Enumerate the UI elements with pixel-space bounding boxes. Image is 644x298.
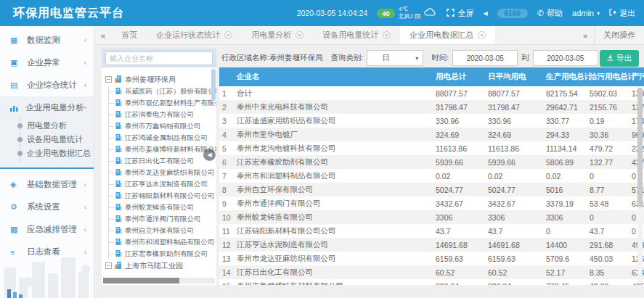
tree-node[interactable]: 泰州自立环保有限公司 — [109, 225, 213, 236]
bullet-icon — [17, 137, 23, 142]
tree-node[interactable]: 江苏润泰电力有限公司 — [109, 109, 213, 120]
value-cell: 88077.57 — [484, 86, 542, 100]
export-button[interactable]: 导出 — [600, 50, 639, 67]
table-row[interactable]: 3江苏迪盛家用纺织品有限公司330.96330.96330.770.191740… — [219, 114, 644, 128]
tab-item-4[interactable]: 企业用电数据汇总× — [400, 26, 495, 44]
sidebar-item-label: 系统设置 — [27, 202, 60, 212]
tree-node[interactable]: 泰州市龙达亚麻纺织有限公司 — [109, 167, 213, 178]
table-row[interactable]: 13泰州市龙达亚麻纺织有限公司6159.636159.635709.6450.0… — [219, 252, 644, 265]
value-cell: 31798.47 — [431, 100, 484, 114]
tree-node[interactable]: 江苏日出化工有限公司 — [109, 155, 213, 167]
bullet-icon — [17, 123, 23, 128]
sidebar-subitem-label: 用电量分析 — [27, 120, 67, 131]
row-index: 5 — [219, 141, 232, 155]
table-vertical-scrollbar[interactable] — [637, 88, 643, 283]
tab-close-icon[interactable]: × — [383, 31, 391, 39]
category-select[interactable]: 日 ▾ — [367, 50, 423, 66]
table-row[interactable]: 8泰州自立环保有限公司5024.775024.7750168.7757194.9… — [219, 183, 644, 196]
tree-toggle-icon[interactable] — [105, 76, 112, 83]
sidebar-item-system-settings[interactable]: ⚙系统设置‹ — [0, 196, 94, 218]
building-icon — [115, 249, 122, 258]
table-row[interactable]: 1合计88077.5788077.5782175.545902.031392.3… — [219, 86, 644, 100]
value-cell: 60.52 — [431, 265, 484, 279]
tree-toggle-icon[interactable] — [105, 262, 112, 269]
tree-node[interactable]: 泰州市通洋阀门有限公司 — [109, 213, 213, 225]
chevron-left-icon: ‹ — [84, 181, 86, 189]
org-icon — [115, 261, 122, 270]
date-to-input[interactable]: 2020-03-05 — [533, 50, 598, 66]
help-button[interactable]: ✆ 帮助 — [537, 8, 563, 19]
col-2: 日平均用电 — [484, 67, 542, 86]
tree-node[interactable]: 泰州市姜堰博特新材料有限公司 — [109, 144, 213, 155]
value-cell: 2155.76 — [585, 100, 627, 114]
table-row[interactable]: 5泰州市龙沟电镀科技有限公司11613.8611613.8611134.1447… — [219, 141, 644, 155]
tree-node[interactable]: 江苏宏泰橡胶助剂有限公司 — [109, 248, 213, 260]
value-cell: 330.77 — [542, 114, 585, 128]
sidebar-item-base-data[interactable]: ◈基础数据管理‹ — [0, 173, 94, 196]
table-row[interactable]: 7泰州市和润塑料制品有限公司0.020.020.0200 — [219, 169, 644, 183]
sidebar-item-data-monitor[interactable]: ▦数据监测‹ — [0, 29, 94, 51]
scrollbar-thumb[interactable] — [103, 278, 179, 283]
user-menu[interactable]: admin ▾ — [572, 9, 600, 17]
table-row[interactable]: 12江苏亨达水泥制造有限公司14691.6814691.6814400291.6… — [219, 238, 644, 252]
tree-node[interactable]: 泰州蛟龙铸造有限公司 — [109, 202, 213, 213]
help-label: 帮助 — [547, 8, 563, 19]
fullscreen-button[interactable]: 全屏 — [447, 8, 473, 19]
tabs-scroll-right-icon[interactable]: » — [576, 26, 594, 44]
value-cell: 778.45 — [542, 279, 585, 285]
tab-item-0[interactable]: 首页 — [112, 26, 147, 44]
close-operations-button[interactable]: 关闭操作 — [594, 26, 644, 44]
tree-root-node[interactable]: 上海市马陆工业园 — [105, 260, 213, 272]
tab-close-icon[interactable]: × — [295, 31, 303, 39]
tab-close-icon[interactable]: × — [224, 31, 232, 39]
tab-item-1[interactable]: 企业运行状态统计× — [147, 26, 242, 44]
table-row[interactable]: 9泰州市通洋阀门有限公司3432.673432.673379.1953.4863… — [219, 196, 644, 210]
tree-node[interactable]: 泰州市双亿新型材料生产有限公司 — [109, 97, 213, 109]
tab-item-3[interactable]: 设备用电量统计× — [313, 26, 400, 44]
company-name-cell: 江苏日出化工有限公司 — [232, 265, 431, 279]
tree-root-node[interactable]: 泰州姜堰环保局 — [105, 73, 213, 86]
sidebar-subitem-device-usage-stats[interactable]: 设备用电量统计 — [0, 133, 94, 146]
sidebar-item-company-stats[interactable]: ▤企业综合统计‹ — [0, 74, 94, 96]
table-row[interactable]: 14江苏日出化工有限公司60.5260.5252.178.35624.79 — [219, 265, 644, 279]
scrollbar-thumb[interactable] — [637, 88, 643, 207]
building-icon — [115, 122, 122, 131]
tree-node[interactable]: 泰州市万鑫钨钼有限公司 — [109, 120, 213, 132]
usage-table: 企业名用电总计日平均用电生产用电总计治污用电总计产污/治污(用 1合计88077… — [219, 67, 644, 285]
sidebar-subitem-usage-analysis[interactable]: 用电量分析 — [0, 119, 94, 133]
tree-node[interactable]: 江苏锦阳新材料有限公司公司 — [109, 190, 213, 202]
table-row[interactable]: 2泰州中来光电科技有限公司31798.4731798.4729642.71215… — [219, 100, 644, 114]
tree-horizontal-scrollbar[interactable] — [103, 278, 215, 283]
company-search-input[interactable] — [105, 51, 213, 65]
tab-close-icon[interactable]: × — [478, 31, 486, 39]
tabs-scroll-left-icon[interactable]: « — [94, 26, 112, 44]
tree-node[interactable]: 江苏鸿诚金属制品有限公司 — [109, 132, 213, 144]
logout-button[interactable]: 退出 — [609, 8, 635, 19]
sidebar-item-power-analysis[interactable]: 企业用电量分析› — [0, 96, 94, 119]
value-cell: 42.39 — [585, 279, 627, 285]
table-row[interactable]: 11江苏锦阳新材料有限公司公司43.743.7043.70 — [219, 224, 644, 238]
company-name-cell: 泰州中来光电科技有限公司 — [232, 100, 431, 114]
table-row[interactable]: 4泰州市里华电镀厂324.69324.69294.3330.36969.47 — [219, 128, 644, 141]
sidebar-item-label: 企业综合统计 — [27, 80, 77, 91]
sidebar-item-company-abnormal[interactable]: ▣企业异常‹ — [0, 51, 94, 74]
value-cell: 5939.66 — [431, 155, 484, 169]
sidebar-subitem-company-usage-summary[interactable]: 企业用电数据汇总 — [0, 146, 94, 160]
table-row[interactable]: 15泰州市姜堰博特新材料有限公司820.84820.84778.4542.394… — [219, 279, 644, 285]
tree-node[interactable]: 泰州市和润塑料制品有限公司 — [109, 236, 213, 248]
tree-node[interactable]: 乐威医药（江苏）股份有限公司 — [109, 86, 213, 97]
tree-vertical-scrollbar[interactable] — [211, 69, 216, 101]
tree-node-label: 江苏润泰电力有限公司 — [125, 110, 194, 120]
collapse-tree-button[interactable]: ◀ — [203, 149, 216, 161]
row-index: 4 — [219, 128, 232, 141]
sidebar-item-emergency-reduction[interactable]: ▩应急减排管理‹ — [0, 218, 94, 241]
tab-item-2[interactable]: 用电量分析× — [242, 26, 313, 44]
notice-collapse-icon[interactable]: ◀ — [483, 10, 487, 17]
sidebar-menu: ▦数据监测‹▣企业异常‹▤企业综合统计‹企业用电量分析›用电量分析设备用电量统计… — [0, 29, 94, 263]
date-from-input[interactable]: 2020-03-05 — [452, 50, 518, 66]
table-row[interactable]: 6江苏宏泰橡胶助剂有限公司5939.665939.665806.89132.77… — [219, 155, 644, 169]
table-row[interactable]: 10泰州蛟龙铸造有限公司33063306330600 — [219, 210, 644, 224]
sidebar-item-log-view[interactable]: ≡日志查看‹ — [0, 241, 94, 263]
monitor-icon: ▦ — [10, 36, 23, 45]
tree-node[interactable]: 江苏亨达水泥制造有限公司 — [109, 178, 213, 190]
